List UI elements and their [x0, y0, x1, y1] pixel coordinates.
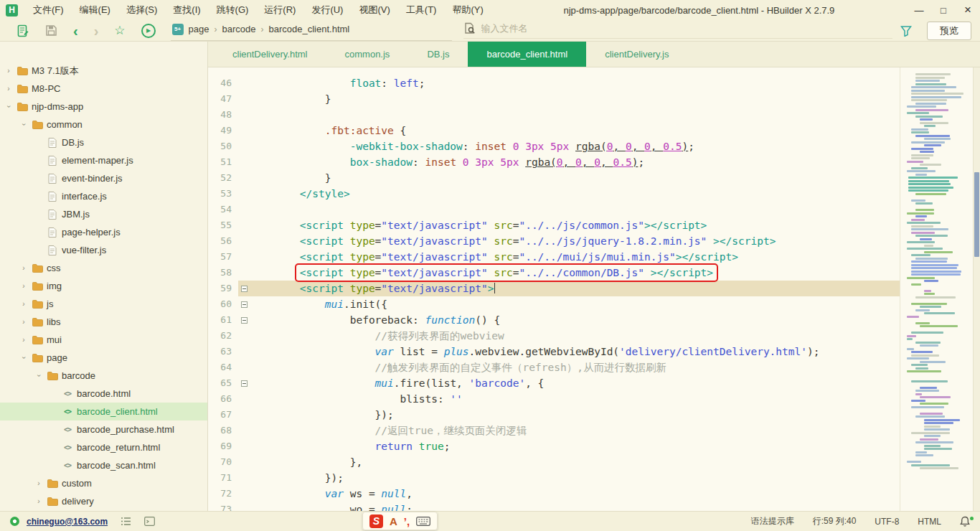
tree-item-element-maper-js[interactable]: element-maper.js [0, 151, 207, 169]
tree-item-barcode-purchase-html[interactable]: <>barcode_purchase.html [0, 420, 207, 438]
fold-marker-icon[interactable] [238, 375, 250, 391]
chevron-icon[interactable]: › [4, 85, 13, 93]
filter-button[interactable] [900, 25, 912, 37]
notification-bell-icon[interactable] [960, 516, 970, 527]
chevron-icon[interactable]: › [5, 103, 13, 111]
code-line-72[interactable]: 72 var ws = null, [208, 486, 900, 502]
chevron-icon[interactable]: › [19, 264, 28, 272]
tree-item-barcode[interactable]: ›barcode [0, 367, 207, 385]
cursor-position[interactable]: 行:59 列:40 [813, 515, 857, 527]
menu-item-9[interactable]: 帮助(Y) [444, 0, 491, 20]
tab-clientdelivery-html[interactable]: clientDelivery.html [214, 42, 326, 67]
chevron-icon[interactable]: › [35, 372, 43, 380]
tree-item-mui[interactable]: ›mui [0, 331, 207, 349]
tree-item-js[interactable]: ›js [0, 295, 207, 313]
code-line-46[interactable]: 46 float: left; [208, 75, 900, 91]
code-line-68[interactable]: 68 //返回true，继续页面关闭逻辑 [208, 423, 900, 438]
scrollbar-thumb[interactable] [974, 172, 979, 257]
tree-item-jbm-js[interactable]: JBM.js [0, 205, 207, 223]
code-line-63[interactable]: 63 var list = plus.webview.getWebviewByI… [208, 344, 900, 360]
code-line-51[interactable]: 51 box-shadow: inset 0 3px 5px rgba(0, 0… [208, 154, 900, 170]
minimize-button[interactable]: — [907, 0, 931, 20]
chevron-icon[interactable]: › [20, 121, 28, 129]
code-line-58[interactable]: 58 <script type="text/javascript" src=".… [208, 265, 900, 281]
breadcrumb-barcode[interactable]: barcode [222, 24, 256, 34]
outline-list-icon[interactable] [121, 517, 131, 526]
code-line-61[interactable]: 61 beforeback: function() { [208, 312, 900, 328]
tab-clientdelivery-js[interactable]: clientDelivery.js [586, 42, 687, 67]
code-line-65[interactable]: 65 mui.fire(list, 'barcode', { [208, 375, 900, 391]
tab-barcode-client-html[interactable]: barcode_client.html [468, 42, 586, 67]
editor-scrollbar[interactable] [973, 67, 980, 511]
menu-item-0[interactable]: 文件(F) [25, 0, 72, 20]
tree-item-page[interactable]: ›page [0, 349, 207, 367]
code-line-56[interactable]: 56 <script type="text/javascript" src=".… [208, 233, 900, 249]
tree-item-m3-7-1[interactable]: ›M3 7.1版本 [0, 62, 207, 80]
tree-item-page-helper-js[interactable]: page-helper.js [0, 223, 207, 241]
syntax-library-status[interactable]: 语法提示库 [751, 515, 794, 527]
menu-item-5[interactable]: 运行(R) [256, 0, 303, 20]
code-line-70[interactable]: 70 }, [208, 454, 900, 470]
chevron-icon[interactable]: › [19, 300, 28, 308]
code-line-49[interactable]: 49 .fbt:active { [208, 123, 900, 138]
code-line-50[interactable]: 50 -webkit-box-shadow: inset 0 3px 5px r… [208, 138, 900, 154]
tree-item-delivery[interactable]: ›delivery [0, 492, 207, 510]
tab-db-js[interactable]: DB.js [408, 42, 468, 67]
fold-marker-icon[interactable] [238, 281, 250, 296]
run-button[interactable]: ▶ [141, 24, 156, 38]
favorite-star-button[interactable]: ☆ [114, 23, 125, 38]
chevron-icon[interactable]: › [19, 318, 28, 326]
code-line-53[interactable]: 53 </style> [208, 186, 900, 202]
code-line-62[interactable]: 62 //获得列表界面的webview [208, 328, 900, 344]
code-line-55[interactable]: 55 <script type="text/javascript" src=".… [208, 217, 900, 233]
tree-item-img[interactable]: ›img [0, 277, 207, 295]
menu-item-8[interactable]: 工具(T) [398, 0, 445, 20]
encoding-indicator[interactable]: UTF-8 [875, 517, 899, 527]
tree-item-vue-filter-js[interactable]: vue-filter.js [0, 241, 207, 259]
tab-common-js[interactable]: common.js [326, 42, 409, 67]
code-line-59[interactable]: 59 <script type="text/javascript"> [208, 281, 900, 296]
code-line-48[interactable]: 48 [208, 107, 900, 123]
tree-item-m8-pc[interactable]: ›M8-PC [0, 80, 207, 98]
code-line-67[interactable]: 67 }); [208, 407, 900, 423]
console-panel-icon[interactable] [144, 517, 155, 526]
tree-item-barcode-html[interactable]: <>barcode.html [0, 385, 207, 403]
close-button[interactable]: × [956, 0, 980, 20]
forward-button[interactable]: › [94, 24, 99, 37]
breadcrumb-page[interactable]: page [189, 24, 209, 34]
menu-item-3[interactable]: 查找(I) [165, 0, 208, 20]
tree-item-custom[interactable]: ›custom [0, 474, 207, 492]
code-line-57[interactable]: 57 <script type="text/javascript" src=".… [208, 249, 900, 265]
code-line-60[interactable]: 60 mui.init({ [208, 296, 900, 312]
tree-item-barcode-client-html[interactable]: <>barcode_client.html [0, 403, 207, 420]
language-mode[interactable]: HTML [918, 517, 941, 527]
chevron-icon[interactable]: › [34, 479, 43, 487]
code-line-66[interactable]: 66 blists: '' [208, 391, 900, 407]
preview-button[interactable]: 预览 [927, 22, 971, 40]
menu-item-7[interactable]: 视图(V) [351, 0, 397, 20]
ime-toolbar[interactable]: S A ’, [362, 512, 438, 530]
menu-item-6[interactable]: 发行(U) [303, 0, 351, 20]
chevron-icon[interactable]: › [4, 67, 13, 75]
tree-item-db-js[interactable]: DB.js [0, 133, 207, 151]
new-file-button[interactable] [17, 24, 29, 37]
tree-item-css[interactable]: ›css [0, 259, 207, 277]
chevron-icon[interactable]: › [34, 497, 43, 505]
fold-marker-icon[interactable] [238, 296, 250, 312]
code-line-47[interactable]: 47 } [208, 91, 900, 107]
minimap[interactable] [900, 67, 973, 511]
code-line-64[interactable]: 64 //触发列表界面的自定义事件（refresh）,从而进行数据刷新 [208, 360, 900, 375]
menu-item-1[interactable]: 编辑(E) [72, 0, 118, 20]
chevron-icon[interactable]: › [19, 336, 28, 344]
account-email[interactable]: chineguo@163.com [27, 517, 108, 527]
tree-item-barcode-return-html[interactable]: <>barcode_return.html [0, 438, 207, 456]
back-button[interactable]: ‹ [73, 24, 78, 37]
code-line-71[interactable]: 71 }); [208, 470, 900, 486]
ime-punctuation-indicator[interactable]: ’, [404, 515, 410, 527]
tree-item-njp-dms-app[interactable]: ›njp-dms-app [0, 98, 207, 116]
tree-item-event-binder-js[interactable]: event-binder.js [0, 169, 207, 187]
ime-mode-indicator[interactable]: A [390, 515, 397, 527]
tree-item-libs[interactable]: ›libs [0, 313, 207, 331]
code-line-69[interactable]: 69 return true; [208, 438, 900, 454]
code-line-52[interactable]: 52 } [208, 170, 900, 186]
